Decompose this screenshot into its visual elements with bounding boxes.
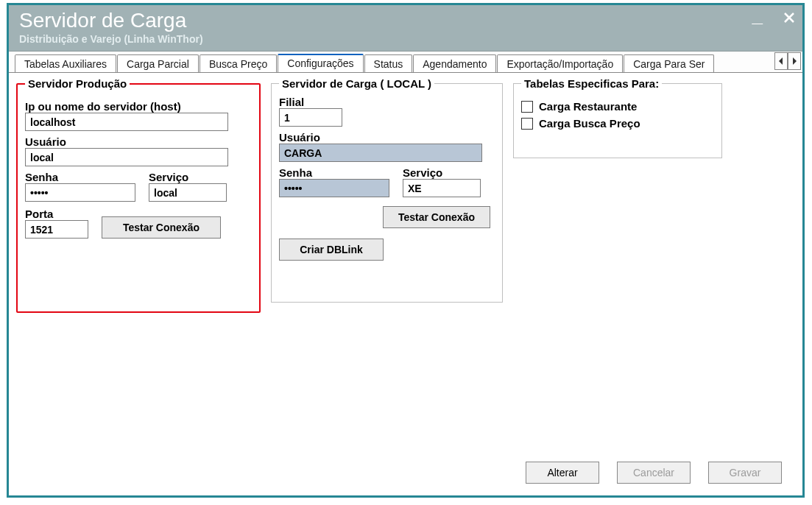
- producao-usuario-label: Usuário: [25, 135, 252, 148]
- tab-carga-para-ser[interactable]: Carga Para Ser: [624, 54, 714, 73]
- close-icon[interactable]: [783, 11, 795, 26]
- local-usuario-label: Usuário: [279, 131, 495, 144]
- tab-configuracoes[interactable]: Configurações: [278, 54, 363, 72]
- local-filial-input[interactable]: [279, 108, 342, 127]
- host-input[interactable]: [25, 113, 228, 131]
- tab-carga-parcial[interactable]: Carga Parcial: [117, 54, 199, 73]
- local-servico-input[interactable]: [403, 179, 481, 197]
- producao-senha-label: Senha: [25, 171, 135, 183]
- window-controls: _: [742, 11, 795, 26]
- checkbox-carga-restaurante[interactable]: [521, 101, 533, 113]
- footer-buttons: Alterar Cancelar Gravar: [526, 462, 782, 484]
- producao-senha-input[interactable]: [25, 183, 135, 202]
- local-senha-input[interactable]: [279, 179, 389, 197]
- tab-scroll-left[interactable]: [774, 52, 788, 70]
- tab-status[interactable]: Status: [364, 54, 413, 73]
- local-testar-conexao-button[interactable]: Testar Conexão: [383, 206, 490, 228]
- title-bar: Servidor de Carga Distribuição e Varejo …: [9, 5, 802, 51]
- local-senha-label: Senha: [279, 166, 389, 179]
- gravar-button[interactable]: Gravar: [708, 462, 782, 484]
- tab-strip: Tabelas Auxiliares Carga Parcial Busca P…: [9, 51, 802, 72]
- app-window: Servidor de Carga Distribuição e Varejo …: [7, 3, 805, 498]
- window-subtitle: Distribuição e Varejo (Linha WinThor): [19, 33, 792, 45]
- producao-testar-conexao-button[interactable]: Testar Conexão: [102, 216, 221, 239]
- tab-scroll-right[interactable]: [788, 52, 801, 70]
- minimize-icon[interactable]: _: [752, 8, 763, 23]
- local-usuario-input[interactable]: [279, 144, 482, 162]
- tab-content-configuracoes: Servidor Produção Ip ou nome do servidor…: [9, 72, 802, 495]
- group-servidor-producao: Servidor Produção Ip ou nome do servidor…: [16, 77, 261, 313]
- producao-servico-input[interactable]: [149, 183, 227, 202]
- group-tabelas-especificas-legend: Tabelas Especificas Para:: [521, 77, 662, 90]
- window-title: Servidor de Carga: [19, 10, 792, 32]
- producao-servico-label: Serviço: [149, 171, 227, 183]
- checkbox-carga-restaurante-label: Carga Restaurante: [539, 100, 637, 113]
- producao-porta-label: Porta: [25, 208, 88, 220]
- tab-agendamento[interactable]: Agendamento: [413, 54, 496, 73]
- criar-dblink-button[interactable]: Criar DBLink: [279, 239, 384, 261]
- local-filial-label: Filial: [279, 96, 495, 108]
- group-servidor-carga-local-legend: Servidor de Carga ( LOCAL ): [279, 77, 434, 90]
- group-tabelas-especificas: Tabelas Especificas Para: Carga Restaura…: [513, 77, 722, 158]
- host-label: Ip ou nome do servidor (host): [25, 100, 252, 113]
- checkbox-carga-busca-preco-label: Carga Busca Preço: [539, 117, 640, 130]
- tab-exportacao-importacao[interactable]: Exportação/Importação: [497, 54, 623, 73]
- cancelar-button[interactable]: Cancelar: [617, 462, 691, 484]
- tab-busca-preco[interactable]: Busca Preço: [200, 54, 277, 73]
- alterar-button[interactable]: Alterar: [526, 462, 599, 484]
- group-servidor-producao-legend: Servidor Produção: [25, 77, 130, 90]
- producao-usuario-input[interactable]: [25, 148, 228, 166]
- producao-porta-input[interactable]: [25, 220, 88, 239]
- group-servidor-carga-local: Servidor de Carga ( LOCAL ) Filial Usuár…: [271, 77, 503, 303]
- checkbox-carga-busca-preco[interactable]: [521, 118, 533, 130]
- tab-tabelas-auxiliares[interactable]: Tabelas Auxiliares: [15, 54, 116, 73]
- local-servico-label: Serviço: [403, 166, 481, 179]
